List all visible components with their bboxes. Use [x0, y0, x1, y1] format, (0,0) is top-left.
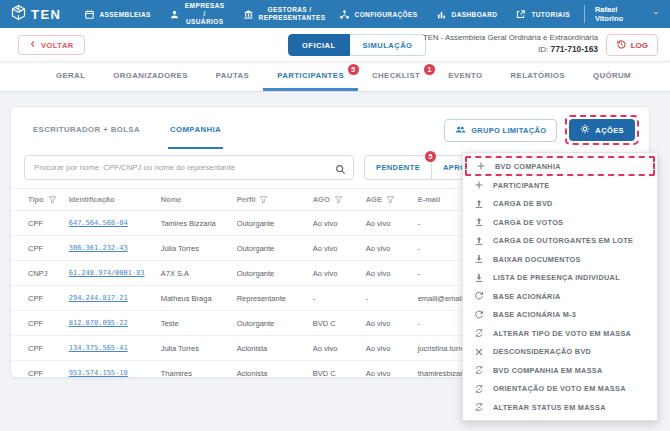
identificacao-link[interactable]: 294.244.817-21 [69, 294, 128, 302]
download-icon [473, 254, 484, 264]
menu-item-carga-de-bvd[interactable]: CARGA DE BVD [463, 195, 657, 214]
nav-item-tutoriais[interactable]: TUTORIAIS [515, 9, 570, 20]
menu-item-alterar-tipo-de-voto-em-massa[interactable]: ALTERAR TIPO DE VOTO EM MASSA [463, 324, 657, 343]
tab-participantes[interactable]: PARTICIPANTES5 [263, 62, 358, 91]
chevron-left-icon [29, 40, 37, 50]
upload-icon [473, 236, 484, 246]
tab-quorum[interactable]: QUÓRUM [579, 62, 645, 91]
actions-button[interactable]: AÇÕES [569, 119, 635, 141]
search-icon[interactable] [335, 161, 346, 179]
menu-item-baixar-documentos[interactable]: BAIXAR DOCUMENTOS [463, 250, 657, 269]
log-button[interactable]: LOG [606, 34, 658, 56]
menu-item-alterar-status-em-massa[interactable]: ALTERAR STATUS EM MASSA [463, 398, 657, 417]
nav-item-label: TUTORIAIS [531, 11, 570, 18]
subtab-escriturador-bolsa[interactable]: ESCRITURADOR + BOLSA [31, 111, 142, 149]
menu-item-base-acionaria[interactable]: BASE ACIONÁRIA [463, 287, 657, 306]
user-name: Rafael Vitorino [595, 5, 646, 23]
filter-icon[interactable] [259, 195, 268, 204]
column-label: Nome [161, 195, 182, 204]
x-icon [473, 347, 484, 357]
identificacao-link[interactable]: 953.574.155-10 [69, 369, 128, 377]
nav-item-configuracoes[interactable]: CONFIGURAÇÕES [339, 9, 418, 20]
cell-perfil: Outorgante [231, 261, 307, 286]
ten-logo[interactable]: TEN [10, 4, 62, 25]
tab-pautas[interactable]: PAUTAS [202, 62, 263, 91]
nav-item-assembleias[interactable]: ASSEMBLEIAS [84, 9, 151, 20]
menu-item-label: CARGA DE VOTOS [493, 218, 563, 227]
navbar-items: ASSEMBLEIASEMPRESAS / USUÁRIOSGESTORAS /… [84, 2, 570, 26]
cell-tipo: CPF [11, 286, 63, 311]
menu-item-bvd-companhia[interactable]: BVD COMPANHIA [465, 156, 655, 176]
menu-item-participante[interactable]: PARTICIPANTE [463, 176, 657, 195]
cell-identificacao: 61.248.974/0001-83 [63, 261, 155, 286]
menu-item-label: PARTICIPANTE [493, 181, 549, 190]
user-icon [169, 9, 180, 20]
nav-item-empresas-usuarios[interactable]: EMPRESAS / USUÁRIOS [169, 2, 225, 26]
column-label: E-mail [418, 195, 441, 204]
pending-count-badge: 5 [425, 151, 436, 162]
cell-nome: Júlia Torres [155, 236, 231, 261]
tab-relatorios[interactable]: RELATÓRIOS [497, 62, 580, 91]
group-limit-button[interactable]: GRUPO LIMITAÇÃO [444, 119, 557, 142]
identificacao-link[interactable]: 812.870.095-22 [69, 319, 128, 327]
search-box [24, 155, 354, 180]
people-icon [455, 124, 466, 137]
upload-icon [473, 199, 484, 209]
search-input[interactable] [24, 155, 354, 180]
filter-icon[interactable] [386, 195, 395, 204]
cell-perfil: Representante [231, 286, 307, 311]
back-button[interactable]: VOLTAR [18, 35, 85, 55]
sync-check-icon [473, 402, 484, 412]
menu-item-desconsideracao-bvd[interactable]: DESCONSIDERAÇÃO BVD [463, 343, 657, 362]
column-label: Tipo [28, 195, 44, 204]
mode-official-button[interactable]: OFICIAL [288, 34, 350, 56]
menu-item-base-acionaria-m-3[interactable]: BASE ACIONÁRIA M-3 [463, 306, 657, 325]
menu-item-label: BVD COMPANHIA [495, 162, 561, 171]
meeting-name: TEN - Assembleia Geral Ordinária e Extra… [423, 33, 598, 42]
cell-ago: - [307, 286, 360, 311]
cell-perfil: Acionista [231, 361, 307, 386]
cell-ago: BVD C [307, 311, 360, 336]
subtab-companhia[interactable]: COMPANHIA [168, 111, 223, 149]
menu-item-orientacao-de-voto-em-massa[interactable]: ORIENTAÇÃO DE VOTO EM MASSA [463, 380, 657, 399]
tab-geral[interactable]: GERAL [42, 62, 99, 91]
identificacao-link[interactable]: 134.375.565-41 [69, 344, 128, 352]
cell-age: Ao vivo [360, 361, 412, 386]
tab-checklist[interactable]: CHECKLIST1 [358, 62, 434, 91]
nav-item-gestoras-representantes[interactable]: GESTORAS / REPRESENTANTES [243, 6, 321, 22]
tab-label: RELATÓRIOS [511, 71, 566, 80]
nav-item-dashboard[interactable]: DASHBOARD [436, 9, 498, 20]
tab-evento[interactable]: EVENTO [434, 62, 496, 91]
cell-identificacao: 134.375.565-41 [63, 336, 155, 361]
identificacao-link[interactable]: 647.564.568-04 [69, 219, 128, 227]
mode-simulation-button[interactable]: SIMULAÇÃO [350, 34, 427, 56]
sync-check-icon [473, 384, 484, 394]
cell-age: Ao vivo [360, 336, 412, 361]
plus-icon [475, 161, 486, 171]
filter-icon[interactable] [334, 195, 343, 204]
cell-tipo: CPF [11, 361, 63, 386]
menu-item-label: ALTERAR STATUS EM MASSA [493, 403, 606, 412]
column-header-age: AGE [360, 189, 412, 211]
identificacao-link[interactable]: 61.248.974/0001-83 [69, 269, 145, 277]
menu-item-carga-de-outorgantes-em-lote[interactable]: CARGA DE OUTORGANTES EM LOTE [463, 232, 657, 251]
menu-item-label: BVD COMPANHIA EM MASSA [493, 366, 603, 375]
cell-perfil: Acionista [231, 336, 307, 361]
menu-item-bvd-companhia-em-massa[interactable]: BVD COMPANHIA EM MASSA [463, 361, 657, 380]
top-navbar: TEN ASSEMBLEIASEMPRESAS / USUÁRIOSGESTOR… [0, 0, 670, 28]
upload-icon [473, 217, 484, 227]
user-menu[interactable]: Rafael Vitorino [584, 5, 660, 23]
actions-dropdown-menu: BVD COMPANHIAPARTICIPANTECARGA DE BVDCAR… [462, 152, 658, 421]
tab-organizadores[interactable]: ORGANIZADORES [99, 62, 202, 91]
menu-item-carga-de-votos[interactable]: CARGA DE VOTOS [463, 213, 657, 232]
identificacao-link[interactable]: 306.361.232-43 [69, 244, 128, 252]
filter-icon[interactable] [48, 195, 57, 204]
menu-item-label: ORIENTAÇÃO DE VOTO EM MASSA [493, 384, 626, 393]
tab-label: QUÓRUM [593, 71, 631, 80]
nav-item-label: EMPRESAS / USUÁRIOS [185, 2, 225, 26]
cell-ago: Ao vivo [307, 336, 360, 361]
cell-age: Ao vivo [360, 311, 412, 336]
cell-tipo: CPF [11, 336, 63, 361]
menu-item-lista-de-presenca-individual[interactable]: LISTA DE PRESENÇA INDIVIDUAL [463, 269, 657, 288]
pending-filter-button[interactable]: PENDENTE 5 [364, 155, 432, 180]
